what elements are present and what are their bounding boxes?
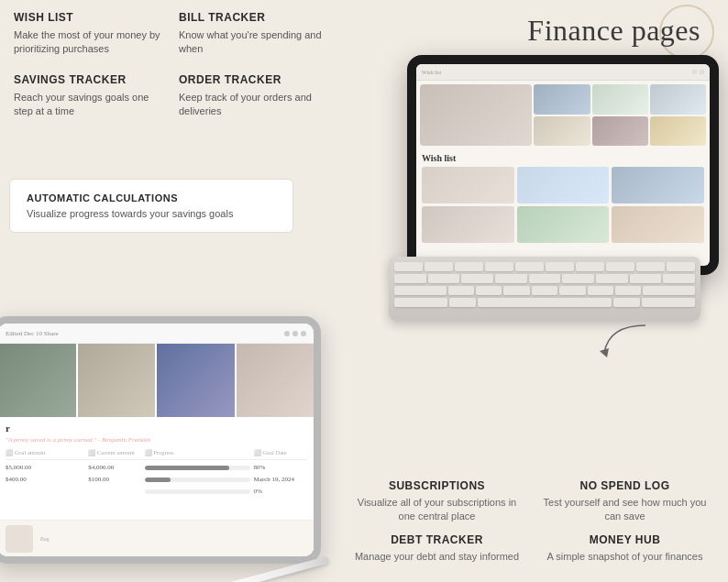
key-w [425, 262, 453, 271]
ipad-tracker-title: r [6, 423, 306, 434]
feature-wish-list: WISH LIST Make the most of your money by… [14, 11, 160, 57]
key-t [515, 262, 544, 271]
ipad-photo-strip [0, 344, 314, 417]
auto-calc-desc: Visualize progress towards your savings … [27, 208, 276, 219]
feature-no-spend-log: NO SPEND LOG Test yourself and see how m… [540, 479, 710, 524]
key-l [663, 274, 695, 283]
auto-calc-title: AUTOMATIC CALCULATIONS [27, 192, 276, 203]
right-features-grid: SUBSCRIPTIONS Visualize all of your subs… [352, 479, 710, 564]
wish-list-title: WISH LIST [14, 11, 160, 24]
key-d [461, 274, 493, 283]
no-spend-log-title: NO SPEND LOG [540, 479, 710, 492]
wish-list-screen-title: Wish list [422, 153, 704, 163]
cell-current-1: $4,000.00 [88, 464, 140, 471]
cell-current-2: $100.00 [88, 476, 140, 483]
key-b [559, 286, 585, 295]
cell-date-2: March 19, 2024 [254, 476, 306, 483]
table-row-1: $5,000.00 $4,000.00 80% [6, 464, 306, 471]
key-backspace [643, 286, 695, 295]
key-k [630, 274, 662, 283]
screen-icon-2 [700, 70, 704, 74]
ipad-content-area: r "A penny saved is a penny earned." - B… [0, 417, 314, 505]
thumb-item-1 [6, 525, 33, 553]
right-screen-header-text: Wish list [422, 70, 692, 75]
savings-tracker-title: SAVINGS TRACKER [14, 73, 160, 86]
ipad-keyboard [389, 257, 700, 321]
key-j [596, 274, 628, 283]
key-a [394, 274, 426, 283]
key-v [532, 286, 557, 295]
bill-tracker-desc: Know what you're spending and when [179, 28, 325, 57]
key-row-1 [394, 262, 695, 271]
progress-bar-1 [145, 466, 250, 470]
right-photo-col-2 [592, 84, 648, 146]
right-photo-sm-1 [534, 84, 590, 115]
photo-block-2 [78, 344, 156, 417]
right-photo-col-1 [534, 84, 590, 146]
photo-block-3 [157, 344, 235, 417]
screen-icon-1 [692, 70, 697, 74]
feature-order-tracker: ORDER TRACKER Keep track of your orders … [179, 73, 325, 119]
right-photo-sm-2 [534, 116, 590, 147]
savings-tracker-desc: Reach your savings goals one step at a t… [14, 91, 160, 119]
key-space [478, 298, 611, 307]
ipad-right-mock: Wish list [389, 55, 719, 321]
right-screen-header: Wish list [416, 64, 710, 81]
header-icon-dot-2 [292, 331, 298, 336]
money-hub-title: MONEY HUB [540, 533, 710, 546]
ipad-header-text: Edited Dec 10 Share [6, 330, 281, 337]
key-shift [394, 286, 447, 295]
ipad-left-mock: Edited Dec 10 Share r [0, 298, 321, 582]
key-u [576, 262, 604, 271]
ipad-right-screen: Wish list [416, 64, 710, 266]
key-y [546, 262, 574, 271]
money-hub-desc: A simple snapshot of your finances [540, 550, 710, 564]
progress-fill-2 [145, 478, 171, 482]
cell-goal-1: $5,000.00 [6, 464, 84, 471]
cell-date-1: 80% [254, 464, 306, 471]
wish-item-5 [517, 206, 610, 243]
key-g [529, 274, 561, 283]
progress-bar-3 [145, 489, 250, 494]
feature-money-hub: MONEY HUB A simple snapshot of your fina… [540, 533, 710, 564]
key-cmd [449, 298, 476, 307]
ipad-left-screen: Edited Dec 10 Share r [0, 324, 314, 556]
right-section: Finance pages Wish list [334, 0, 728, 582]
order-tracker-desc: Keep track of your orders and deliveries [179, 91, 325, 119]
ipad-header-bar: Edited Dec 10 Share [0, 324, 314, 344]
key-row-4 [394, 298, 695, 307]
key-n [588, 286, 613, 295]
page-title: Finance pages [527, 14, 700, 48]
progress-fill-1 [145, 466, 229, 470]
key-alt [613, 298, 640, 307]
ipad-bottom-bar: Bag [0, 520, 314, 556]
header-icon-dot-1 [284, 331, 290, 336]
key-i [606, 262, 634, 271]
feature-row-2: SAVINGS TRACKER Reach your savings goals… [14, 73, 335, 119]
right-photo-col-3 [650, 84, 706, 146]
feature-savings-tracker: SAVINGS TRACKER Reach your savings goals… [14, 73, 160, 119]
key-f [495, 274, 527, 283]
key-ctrl [394, 298, 447, 307]
order-tracker-title: ORDER TRACKER [179, 73, 325, 86]
table-row-3: 0% [6, 488, 306, 495]
col-progress: ⬜ Progress [145, 449, 250, 456]
key-h [562, 274, 594, 283]
wish-item-4 [422, 206, 514, 243]
cell-date-3: 0% [254, 488, 306, 495]
right-screen-photo-grid [416, 81, 710, 149]
cell-goal-2: $400.00 [6, 476, 84, 483]
wish-item-2 [517, 167, 610, 203]
col-current-amount: ⬜ Current amount [88, 449, 140, 456]
feature-bill-tracker: BILL TRACKER Know what you're spending a… [179, 11, 325, 57]
arrow-icon [590, 316, 664, 362]
feature-grid: WISH LIST Make the most of your money by… [14, 11, 335, 136]
keyboard-keys [389, 257, 700, 313]
right-photo-sm-5 [650, 84, 706, 115]
key-q [394, 262, 423, 271]
key-c [503, 286, 529, 295]
ipad-right-device: Wish list [407, 55, 719, 275]
feature-subscriptions: SUBSCRIPTIONS Visualize all of your subs… [352, 479, 522, 524]
col-goal-amount: ⬜ Goal amount [6, 449, 84, 456]
wish-list-desc: Make the most of your money by prioritiz… [14, 28, 160, 57]
